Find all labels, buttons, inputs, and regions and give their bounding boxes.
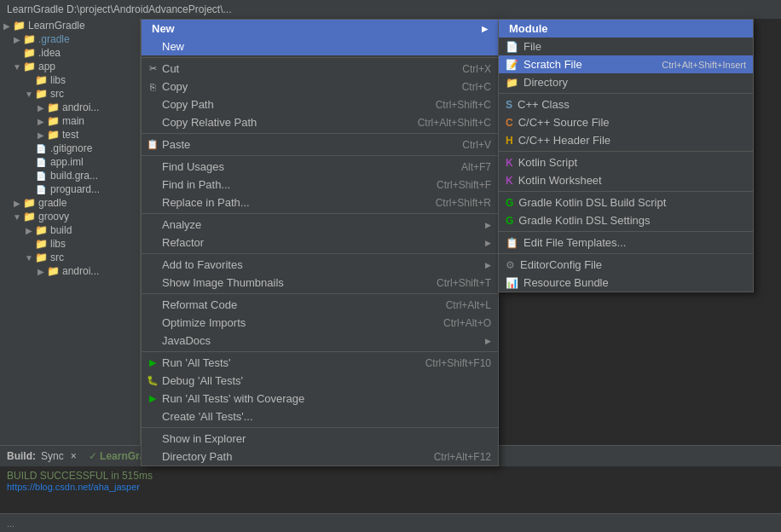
menu-shortcut: Ctrl+X bbox=[462, 63, 491, 75]
menu-item-find-path[interactable]: Find in Path... Ctrl+Shift+F bbox=[142, 176, 498, 194]
menu-separator bbox=[142, 57, 498, 58]
close-icon[interactable]: × bbox=[71, 450, 77, 462]
tree-gitignore[interactable]: 📄 .gitignore bbox=[0, 142, 140, 155]
tree-label: libs bbox=[50, 74, 66, 86]
submenu-item-gradle-settings[interactable]: G Gradle Kotlin DSL Settings bbox=[499, 211, 753, 229]
sync-label[interactable]: Sync bbox=[41, 450, 64, 462]
submenu-item-label: EditorConfig File bbox=[520, 258, 602, 271]
item-left: G Gradle Kotlin DSL Settings bbox=[506, 214, 651, 227]
tree-test[interactable]: ▶ 📁 test bbox=[0, 128, 140, 142]
kotlin-ws-icon: K bbox=[506, 175, 513, 187]
menu-item-copy[interactable]: ⎘ Copy Ctrl+C bbox=[142, 78, 498, 95]
menu-item-label: Show in Explorer bbox=[162, 432, 246, 445]
folder-icon: 📁 bbox=[22, 33, 36, 45]
tree-libs2[interactable]: 📁 libs bbox=[0, 237, 140, 251]
menu-item-replace-path[interactable]: Replace in Path... Ctrl+Shift+R bbox=[142, 194, 498, 211]
submenu-separator bbox=[499, 93, 753, 94]
tree-root[interactable]: ▶ 📁 LearnGradle bbox=[0, 19, 140, 32]
arrow-icon: ▶ bbox=[36, 117, 46, 126]
tree-main[interactable]: ▶ 📁 main bbox=[0, 114, 140, 128]
submenu-item-file[interactable]: 📄 File bbox=[499, 38, 753, 55]
menu-item-run[interactable]: ▶ Run 'All Tests' Ctrl+Shift+F10 bbox=[142, 354, 498, 372]
menu-item-thumbnails[interactable]: Show Image Thumbnails Ctrl+Shift+T bbox=[142, 274, 498, 292]
submenu-arrow: ▶ bbox=[482, 25, 488, 33]
tree-gradle2[interactable]: ▶ 📁 gradle bbox=[0, 196, 140, 210]
menu-shortcut: Ctrl+Shift+F10 bbox=[425, 357, 491, 369]
tree-label: .gitignore bbox=[50, 142, 92, 154]
menu-item-coverage[interactable]: ▶ Run 'All Tests' with Coverage bbox=[142, 390, 498, 408]
submenu-header-label: Module bbox=[509, 22, 548, 35]
tree-label: .idea bbox=[38, 47, 61, 59]
submenu-item-edit-tpl[interactable]: 📋 Edit File Templates... bbox=[499, 234, 753, 252]
menu-separator bbox=[142, 155, 498, 156]
submenu-item-kotlin-script[interactable]: K Kotlin Script bbox=[499, 153, 753, 171]
menu-item-label: Optimize Imports bbox=[162, 316, 246, 329]
folder-icon: 📁 bbox=[46, 265, 60, 277]
menu-item-find-usages[interactable]: Find Usages Alt+F7 bbox=[142, 158, 498, 176]
menu-item-debug[interactable]: 🐛 Debug 'All Tests' bbox=[142, 372, 498, 390]
tree-buildgra[interactable]: 📄 build.gra... bbox=[0, 169, 140, 182]
submenu-item-resource[interactable]: 📊 Resource Bundle bbox=[499, 274, 753, 292]
kotlin-script-icon: K bbox=[506, 157, 513, 169]
arrow-icon: ▼ bbox=[24, 253, 34, 263]
submenu-item-editorconfig[interactable]: ⚙ EditorConfig File bbox=[499, 256, 753, 274]
submenu-item-cpp-hdr[interactable]: H C/C++ Header File bbox=[499, 131, 753, 149]
menu-shortcut: Ctrl+C bbox=[462, 81, 491, 93]
menu-item-label: Refactor bbox=[162, 236, 204, 249]
item-left: 📁 Directory bbox=[506, 76, 568, 89]
tree-appiml[interactable]: 📄 app.iml bbox=[0, 155, 140, 169]
submenu-separator bbox=[499, 191, 753, 192]
folder-icon: 📁 bbox=[34, 252, 48, 263]
submenu-item-gradle-build[interactable]: G Gradle Kotlin DSL Build Script bbox=[499, 194, 753, 211]
folder-icon: 📁 bbox=[22, 61, 36, 72]
menu-item-new[interactable]: New bbox=[142, 38, 498, 55]
tree-androi2[interactable]: ▶ 📁 androi... bbox=[0, 264, 140, 278]
file-icon: 📄 bbox=[34, 170, 48, 182]
menu-item-label: Copy bbox=[162, 80, 188, 93]
dir-icon: 📁 bbox=[506, 77, 518, 89]
item-left: 📝 Scratch File bbox=[506, 58, 582, 71]
check-icon: ✓ bbox=[89, 450, 97, 462]
submenu-item-scratch[interactable]: 📝 Scratch File Ctrl+Alt+Shift+Insert bbox=[499, 55, 753, 73]
menu-item-favorites[interactable]: Add to Favorites bbox=[142, 256, 498, 274]
menu-shortcut: Ctrl+Alt+O bbox=[443, 317, 491, 329]
menu-separator bbox=[142, 253, 498, 254]
menu-item-show-explorer[interactable]: Show in Explorer bbox=[142, 430, 498, 448]
tree-androi1[interactable]: ▶ 📁 androi... bbox=[0, 101, 140, 114]
menu-item-refactor[interactable]: Refactor bbox=[142, 234, 498, 252]
build-url: https://blog.csdn.net/aha_jasper bbox=[7, 482, 774, 492]
menu-item-copy-rel[interactable]: Copy Relative Path Ctrl+Alt+Shift+C bbox=[142, 113, 498, 131]
menu-item-optimize[interactable]: Optimize Imports Ctrl+Alt+O bbox=[142, 314, 498, 332]
tree-src[interactable]: ▼ 📁 src bbox=[0, 87, 140, 101]
menu-item-paste[interactable]: 📋 Paste Ctrl+V bbox=[142, 136, 498, 153]
tree-build[interactable]: ▶ 📁 build bbox=[0, 223, 140, 237]
tree-src2[interactable]: ▼ 📁 src bbox=[0, 251, 140, 264]
submenu-item-kotlin-ws[interactable]: K Kotlin Worksheet bbox=[499, 171, 753, 189]
tree-app[interactable]: ▼ 📁 app bbox=[0, 60, 140, 73]
submenu-item-cpp-class[interactable]: S C++ Class bbox=[499, 95, 753, 113]
menu-item-reformat[interactable]: Reformat Code Ctrl+Alt+L bbox=[142, 296, 498, 314]
tree-proguard[interactable]: 📄 proguard... bbox=[0, 182, 140, 196]
menu-item-cut[interactable]: ✂ Cut Ctrl+X bbox=[142, 60, 498, 78]
tree-label: gradle bbox=[38, 197, 67, 209]
menu-item-copy-path[interactable]: Copy Path Ctrl+Shift+C bbox=[142, 95, 498, 113]
tree-label: build.gra... bbox=[50, 170, 98, 182]
tree-label: main bbox=[62, 115, 84, 127]
build-success-text: BUILD SUCCESSFUL in 515ms bbox=[7, 470, 774, 482]
tree-idea[interactable]: 📁 .idea bbox=[0, 46, 140, 60]
submenu-item-dir[interactable]: 📁 Directory bbox=[499, 73, 753, 91]
menu-item-analyze[interactable]: Analyze bbox=[142, 216, 498, 234]
menu-item-javadocs[interactable]: JavaDocs bbox=[142, 332, 498, 350]
paste-icon: 📋 bbox=[147, 139, 159, 150]
menu-item-create[interactable]: Create 'All Tests'... bbox=[142, 408, 498, 425]
tree-gradle[interactable]: ▶ 📁 .gradle bbox=[0, 32, 140, 46]
build-tab-title[interactable]: Build: bbox=[7, 450, 36, 462]
submenu-item-cpp-src[interactable]: C C/C++ Source File bbox=[499, 113, 753, 131]
arrow-icon: ▶ bbox=[2, 21, 12, 31]
menu-item-dir-path[interactable]: Directory Path Ctrl+Alt+F12 bbox=[142, 448, 498, 466]
tree-libs[interactable]: 📁 libs bbox=[0, 73, 140, 87]
menu-shortcut: Ctrl+Alt+F12 bbox=[434, 451, 491, 463]
file-icon: 📄 bbox=[34, 183, 48, 195]
submenu-item-label: C/C++ Header File bbox=[518, 134, 610, 147]
tree-groovy[interactable]: ▼ 📁 groovy bbox=[0, 210, 140, 223]
